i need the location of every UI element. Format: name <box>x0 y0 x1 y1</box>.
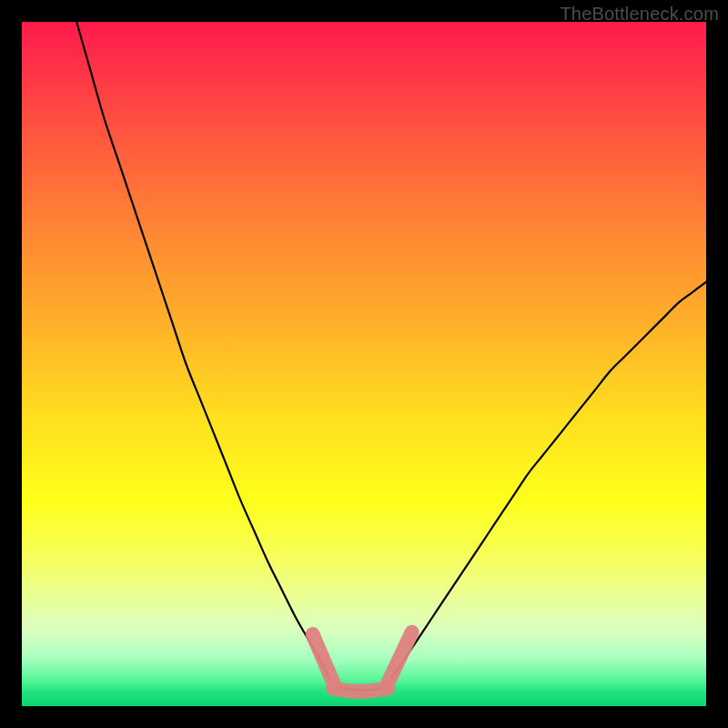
plot-svg <box>22 22 706 706</box>
highlight-segment-2 <box>388 632 411 683</box>
highlight-segment-0 <box>313 634 334 682</box>
plot-area <box>22 22 706 706</box>
chart-frame: TheBottleneck.com <box>0 0 728 728</box>
highlight-segment-1 <box>333 688 388 691</box>
series-curve-right <box>391 282 706 679</box>
series-curve-left <box>76 22 329 679</box>
watermark-text: TheBottleneck.com <box>560 4 719 25</box>
